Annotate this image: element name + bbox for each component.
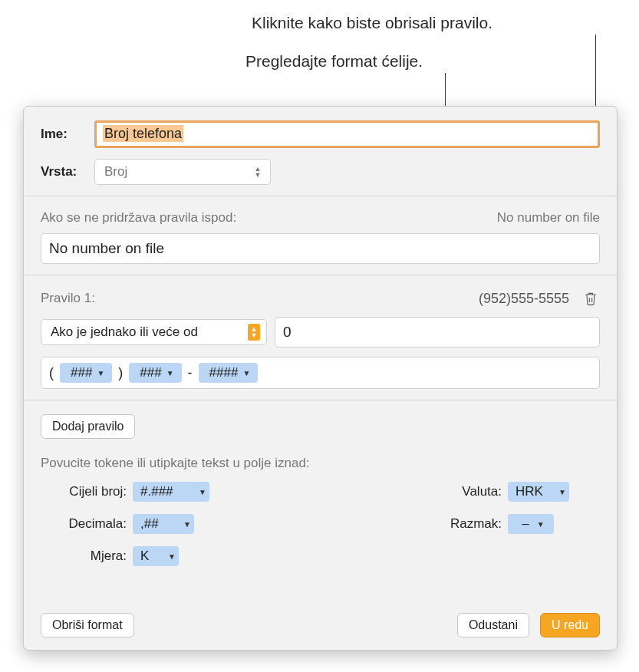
header-section: Ime: Broj telefona Vrsta: Broj ▲▼ xyxy=(24,107,617,196)
chevron-down-icon: ▼ xyxy=(168,552,176,561)
currency-token[interactable]: HRK ▼ xyxy=(508,482,569,502)
name-value: Broj telefona xyxy=(103,125,183,142)
pattern-close-paren: ) xyxy=(117,365,124,381)
name-input[interactable]: Broj telefona xyxy=(94,120,600,148)
trash-icon xyxy=(583,290,598,307)
chevron-down-icon: ▼ xyxy=(166,369,174,377)
pattern-token-1[interactable]: ### ▼ xyxy=(60,363,112,383)
annotation-preview-format: Pregledajte format ćelije. xyxy=(245,52,423,71)
token-text: HRK xyxy=(515,484,543,499)
type-label: Vrsta: xyxy=(41,164,85,180)
updown-icon: ▲▼ xyxy=(248,324,260,341)
currency-label: Valuta: xyxy=(423,484,508,499)
unit-label: Mjera: xyxy=(41,548,133,564)
name-label: Ime: xyxy=(41,127,85,142)
default-rule-input[interactable]: No number on file xyxy=(41,233,600,264)
decimal-label: Decimala: xyxy=(41,516,133,532)
pattern-open-paren: ( xyxy=(48,365,55,381)
rule1-value-input[interactable]: 0 xyxy=(275,317,600,348)
type-value: Broj xyxy=(104,164,127,180)
token-text: K xyxy=(140,548,149,564)
rule1-pattern-input[interactable]: ( ### ▼ ) ### ▼ - #### ▼ xyxy=(41,357,600,389)
chevron-down-icon: ▼ xyxy=(183,520,191,529)
pattern-token-3[interactable]: #### ▼ xyxy=(199,363,259,383)
chevron-down-icon: ▼ xyxy=(97,369,104,377)
pattern-token-2[interactable]: ### ▼ xyxy=(129,363,181,383)
space-label: Razmak: xyxy=(423,516,508,532)
token-text: #### xyxy=(209,365,239,380)
token-text: ,## xyxy=(140,516,159,532)
dialog-footer: Obriši format Odustani U redu xyxy=(24,601,617,650)
token-text: ### xyxy=(140,365,161,380)
unit-token[interactable]: K ▼ xyxy=(133,546,179,566)
chevron-down-icon: ▼ xyxy=(242,369,250,377)
rule1-title: Pravilo 1: xyxy=(41,291,95,306)
tokens-section: Dodaj pravilo Povucite tokene ili utipka… xyxy=(24,400,617,577)
annotation-delete-rule: Kliknite kako biste obrisali pravilo. xyxy=(252,14,492,32)
delete-rule-button[interactable] xyxy=(581,289,600,308)
token-text: #.### xyxy=(140,484,173,499)
space-token[interactable]: – ▼ xyxy=(508,514,554,534)
token-text: – xyxy=(522,516,529,532)
pattern-dash: - xyxy=(186,365,194,381)
type-select[interactable]: Broj ▲▼ xyxy=(94,159,271,185)
updown-icon: ▲▼ xyxy=(252,166,264,178)
cancel-button[interactable]: Odustani xyxy=(457,613,529,637)
chevron-down-icon: ▼ xyxy=(558,488,566,496)
decimal-token[interactable]: ,## ▼ xyxy=(133,514,194,534)
chevron-down-icon: ▼ xyxy=(199,488,206,496)
format-dialog: Ime: Broj telefona Vrsta: Broj ▲▼ Ako se… xyxy=(23,106,618,651)
rule1-preview: (952)555-5555 xyxy=(479,291,569,307)
integer-token[interactable]: #.### ▼ xyxy=(133,482,209,502)
rule1-condition: Ako je jednako ili veće od xyxy=(51,324,198,340)
tokens-help: Povucite tokene ili utipkajte tekst u po… xyxy=(41,456,600,471)
rule1-section: Pravilo 1: (952)555-5555 Ako je jednako … xyxy=(24,275,617,400)
chevron-down-icon: ▼ xyxy=(537,520,545,529)
add-rule-button[interactable]: Dodaj pravilo xyxy=(41,414,135,439)
integer-label: Cijeli broj: xyxy=(41,484,133,499)
default-rule-caption: Ako se ne pridržava pravila ispod: xyxy=(41,210,236,226)
rule1-condition-select[interactable]: Ako je jednako ili veće od ▲▼ xyxy=(41,319,267,345)
default-rule-value: No number on file xyxy=(49,240,164,257)
default-rule-preview: No number on file xyxy=(497,210,600,226)
ok-button[interactable]: U redu xyxy=(540,613,600,637)
rule1-value: 0 xyxy=(283,324,292,341)
default-rule-section: Ako se ne pridržava pravila ispod: No nu… xyxy=(24,196,617,275)
token-text: ### xyxy=(71,365,92,380)
delete-format-button[interactable]: Obriši format xyxy=(41,613,134,637)
